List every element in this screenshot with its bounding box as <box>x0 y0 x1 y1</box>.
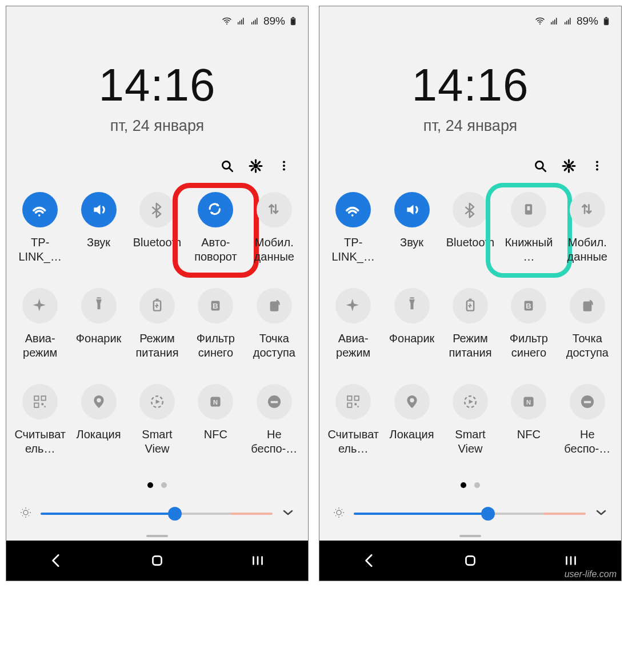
panel-handle[interactable] <box>319 533 621 541</box>
location-toggle[interactable] <box>81 384 117 419</box>
smartview-toggle[interactable] <box>139 384 175 419</box>
tile-label: Фильтр синего <box>188 331 243 360</box>
hotspot-toggle[interactable] <box>570 288 605 323</box>
qs-tile-power: Режим питания <box>441 288 499 360</box>
nfc-toggle[interactable] <box>198 384 233 419</box>
data-toggle[interactable] <box>570 192 605 227</box>
tile-label: NFC <box>188 427 243 442</box>
status-bar: 89% <box>319 6 621 36</box>
qs-tiles-right: TP-LINK_…ЗвукBluetoothКнижный…Мобил. дан… <box>319 192 621 456</box>
watermark: user-life.com <box>565 569 617 579</box>
tile-label: TP-LINK_… <box>326 235 381 264</box>
power-toggle[interactable] <box>453 288 488 323</box>
tile-label: Режим питания <box>443 331 498 360</box>
clock-time: 14:16 <box>319 59 621 111</box>
tile-label: NFC <box>501 427 556 442</box>
tile-label: Не беспо-… <box>560 427 615 456</box>
signal-icon <box>549 16 559 26</box>
airplane-toggle[interactable] <box>22 288 58 323</box>
panel-handle[interactable] <box>6 533 308 541</box>
sound-toggle[interactable] <box>81 192 117 227</box>
qs-tile-torch: Фонарик <box>69 288 127 360</box>
tile-label: Фонарик <box>385 331 439 346</box>
data-toggle[interactable] <box>257 192 292 227</box>
qs-tile-dnd: Не беспо-… <box>245 384 303 456</box>
nav-home[interactable] <box>450 548 490 573</box>
wifi-toggle[interactable] <box>335 192 371 227</box>
phone-left: 89% 14:16 пт, 24 января TP-LINK_…ЗвукBlu… <box>6 6 309 581</box>
more-button[interactable] <box>589 158 605 174</box>
bluetooth-toggle[interactable] <box>139 192 175 227</box>
brightness-row <box>319 488 621 533</box>
rotate-toggle[interactable] <box>198 192 233 227</box>
battery-percent: 89% <box>263 15 285 27</box>
clock-time: 14:16 <box>6 59 308 111</box>
torch-toggle[interactable] <box>394 288 430 323</box>
scanner-toggle[interactable] <box>22 384 58 419</box>
wifi-status-icon <box>534 15 546 27</box>
power-toggle[interactable] <box>139 288 175 323</box>
phone-right: 89% 14:16 пт, 24 января TP-LINK_…ЗвукBlu… <box>319 6 622 581</box>
tile-label: Считыватель… <box>326 427 381 456</box>
expand-brightness[interactable] <box>594 505 609 522</box>
smartview-toggle[interactable] <box>453 384 488 419</box>
hotspot-toggle[interactable] <box>257 288 292 323</box>
brightness-slider[interactable] <box>41 510 273 517</box>
brightness-slider[interactable] <box>354 510 586 517</box>
qs-tile-dnd: Не беспо-… <box>558 384 617 456</box>
bluelight-toggle[interactable] <box>511 288 546 323</box>
tile-label: Звук <box>71 235 126 250</box>
sound-toggle[interactable] <box>394 192 430 227</box>
tile-label: Авиа-режим <box>326 331 381 360</box>
bluelight-toggle[interactable] <box>198 288 233 323</box>
settings-button[interactable] <box>247 158 263 174</box>
page-dot[interactable] <box>161 482 167 488</box>
brightness-icon <box>19 506 33 522</box>
expand-brightness[interactable] <box>281 505 295 522</box>
qs-tile-hotspot: Точка доступа <box>558 288 617 360</box>
more-button[interactable] <box>276 158 292 174</box>
page-dots <box>319 482 621 488</box>
bluetooth-toggle[interactable] <box>453 192 488 227</box>
search-button[interactable] <box>219 158 235 174</box>
page-dot[interactable] <box>147 482 153 488</box>
qs-tile-sound: Звук <box>69 192 127 264</box>
tile-label: Мобил. данные <box>560 235 615 264</box>
qs-tiles-left: TP-LINK_…ЗвукBluetoothАвто-поворотМобил.… <box>6 192 308 456</box>
dnd-toggle[interactable] <box>570 384 605 419</box>
qs-tile-wifi: TP-LINK_… <box>324 192 382 264</box>
search-button[interactable] <box>532 158 548 174</box>
scanner-toggle[interactable] <box>335 384 371 419</box>
tile-label: Книжный… <box>501 235 556 264</box>
qs-tile-rotate: Авто-поворот <box>186 192 245 264</box>
status-bar: 89% <box>6 6 308 36</box>
qs-tile-power: Режим питания <box>128 288 186 360</box>
nfc-toggle[interactable] <box>511 384 546 419</box>
nav-back[interactable] <box>350 548 390 573</box>
page-dots <box>6 482 308 488</box>
clock-area: 14:16 пт, 24 января <box>319 36 621 146</box>
wifi-toggle[interactable] <box>22 192 58 227</box>
nav-back[interactable] <box>37 548 77 573</box>
tile-label: Bluetooth <box>130 235 185 250</box>
qs-tile-bluelight: Фильтр синего <box>186 288 245 360</box>
page-dot[interactable] <box>474 482 480 488</box>
clock-date: пт, 24 января <box>319 117 621 135</box>
portrait-toggle[interactable] <box>511 192 546 227</box>
brightness-row <box>6 488 308 533</box>
tile-label: Режим питания <box>130 331 185 360</box>
qs-tile-scanner: Считыватель… <box>324 384 382 456</box>
location-toggle[interactable] <box>394 384 430 419</box>
nav-home[interactable] <box>137 548 177 573</box>
nav-recent[interactable] <box>238 548 278 573</box>
tile-label: Мобил. данные <box>247 235 302 264</box>
qs-actions <box>6 146 308 179</box>
tile-label: Фильтр синего <box>501 331 556 360</box>
airplane-toggle[interactable] <box>335 288 371 323</box>
page-dot[interactable] <box>461 482 466 488</box>
dnd-toggle[interactable] <box>257 384 292 419</box>
tile-label: Авиа-режим <box>13 331 67 360</box>
qs-tile-wifi: TP-LINK_… <box>11 192 69 264</box>
torch-toggle[interactable] <box>81 288 117 323</box>
settings-button[interactable] <box>561 158 577 174</box>
